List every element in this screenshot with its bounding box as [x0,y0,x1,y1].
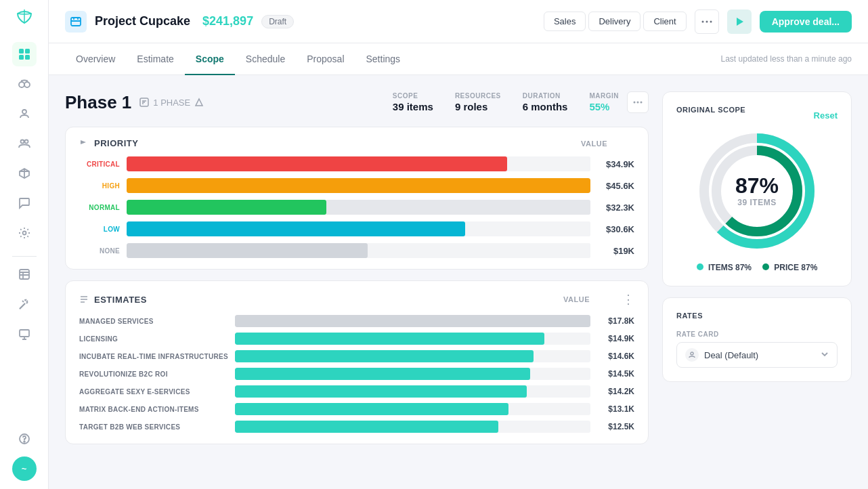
svg-rect-0 [19,49,24,54]
priority-value-label: VALUE [581,140,607,148]
estimates-options-button[interactable]: ⋮ [622,292,634,307]
estimate-amount-0: $17.8K [597,316,634,326]
rates-card: Rates RATE CARD Deal (Default) [662,297,852,382]
phase-title: Phase 1 [65,92,131,113]
header: Project Cupcake $241,897 Draft Sales Del… [49,0,868,43]
svg-rect-3 [25,55,30,60]
priority-bar-low [127,221,590,236]
svg-point-7 [20,140,24,144]
svg-point-13 [24,441,25,442]
priority-row-critical: CRITICAL $34.9K [79,156,634,171]
sidebar-item-wand[interactable] [12,292,37,316]
priority-label-normal: NORMAL [79,204,120,211]
delivery-tab[interactable]: Delivery [588,12,641,31]
more-options-button[interactable] [695,9,719,34]
legend-items: ITEMS 87% [697,263,752,272]
estimate-label-4: AGGREGATE SEXY E-SERVICES [79,388,228,396]
sales-tab[interactable]: Sales [544,12,586,31]
estimate-amount-5: $13.1K [597,404,634,414]
priority-label-none: NONE [79,247,120,255]
estimate-bar-3 [235,368,590,380]
sidebar-item-grid[interactable] [12,42,37,66]
sidebar-item-binoculars[interactable] [12,72,37,96]
sidebar-item-help[interactable] [12,427,37,451]
estimate-label-5: MATRIX BACK-END ACTION-ITEMS [79,406,228,413]
project-icon [65,11,87,33]
estimate-amount-4: $14.2K [597,387,634,396]
priority-bar-none [127,243,590,258]
legend-price-label: PRICE 87% [774,263,817,272]
play-button[interactable] [727,9,752,34]
estimate-row-6: TARGET B2B WEB SERVICES $12.5K [79,421,634,433]
donut-chart: 87% 39 ITEMS [696,130,818,252]
svg-rect-10 [20,270,29,279]
tab-settings[interactable]: Settings [355,44,412,75]
svg-rect-1 [25,49,30,54]
content-area: Phase 1 1 PHASE SCOPE 39 items [49,75,868,489]
estimate-amount-2: $14.6K [597,352,634,361]
sidebar-item-monitor[interactable] [12,322,37,346]
sidebar-logo[interactable] [15,8,34,31]
tab-overview[interactable]: Overview [65,44,126,75]
rate-card-label: RATE CARD [676,331,838,338]
right-panel: ORIGINAL SCOPE Reset [662,91,852,473]
user-avatar[interactable]: ~ [12,456,37,481]
priority-rows: CRITICAL $34.9K HIGH [66,156,648,269]
priority-amount-critical: $34.9K [597,159,634,169]
estimate-bar-0 [235,315,590,327]
priority-card-header: PRIORITY VALUE [66,127,648,156]
tab-schedule[interactable]: Schedule [235,44,296,75]
estimate-bar-5 [235,403,590,415]
sidebar-item-table[interactable] [12,262,37,286]
estimates-card-title: ESTIMATES [94,295,558,305]
phase-stat-margin: MARGIN 55% [589,92,619,112]
priority-label-critical: CRITICAL [79,161,120,168]
tab-proposal[interactable]: Proposal [296,44,355,75]
donut-items-label: 39 ITEMS [735,198,779,207]
sidebar-item-team[interactable] [12,131,37,156]
sidebar-bottom: ~ [12,427,37,481]
svg-rect-2 [19,55,24,60]
tab-estimate[interactable]: Estimate [126,44,184,75]
estimate-label-2: INCUBATE REAL-TIME INFRASTRUCTURES [79,353,228,360]
legend-price-dot [762,263,769,270]
estimate-label-6: TARGET B2B WEB SERVICES [79,423,228,431]
estimate-row-5: MATRIX BACK-END ACTION-ITEMS $13.1K [79,403,634,415]
rate-card-select[interactable]: Deal (Default) [676,342,838,368]
svg-point-5 [24,82,30,87]
estimate-bar-1 [235,333,590,345]
phase-meta: 1 PHASE [139,98,204,108]
estimate-label-0: MANAGED SERVICES [79,318,228,325]
svg-marker-18 [737,18,743,26]
svg-point-9 [22,232,26,235]
donut-legend: ITEMS 87% PRICE 87% [676,263,838,272]
sidebar-item-chat[interactable] [12,191,37,215]
svg-marker-20 [196,99,202,106]
client-tab[interactable]: Client [643,12,686,31]
priority-amount-none: $19K [597,246,634,256]
donut-percentage: 87% [735,175,779,196]
sidebar-item-person[interactable] [12,102,37,126]
svg-point-21 [634,102,636,104]
project-status-badge: Draft [261,15,294,28]
estimate-bar-6 [235,421,590,433]
priority-row-none: NONE $19K [79,243,634,258]
sidebar-item-box[interactable] [12,161,37,186]
left-panel: Phase 1 1 PHASE SCOPE 39 items [65,91,649,473]
legend-price: PRICE 87% [762,263,817,272]
estimate-row-0: MANAGED SERVICES $17.8K [79,315,634,327]
svg-rect-11 [20,330,29,337]
chevron-down-icon [821,350,829,360]
main-content: Project Cupcake $241,897 Draft Sales Del… [49,0,868,489]
estimate-bar-4 [235,385,590,398]
phase-stat-scope: SCOPE 39 items [393,92,433,112]
phase-stat-duration: DURATION 6 months [523,92,568,112]
rate-card-value: Deal (Default) [704,350,815,360]
phase-options-button[interactable] [627,91,649,113]
sidebar-item-settings[interactable] [12,221,37,245]
reset-button[interactable]: Reset [814,110,838,121]
phase-header: Phase 1 1 PHASE SCOPE 39 items [65,91,649,113]
estimates-card: ESTIMATES VALUE ⋮ MANAGED SERVICES $17.8… [65,280,649,444]
tab-scope[interactable]: Scope [185,44,235,75]
approve-deal-button[interactable]: Approve deal... [760,11,852,33]
